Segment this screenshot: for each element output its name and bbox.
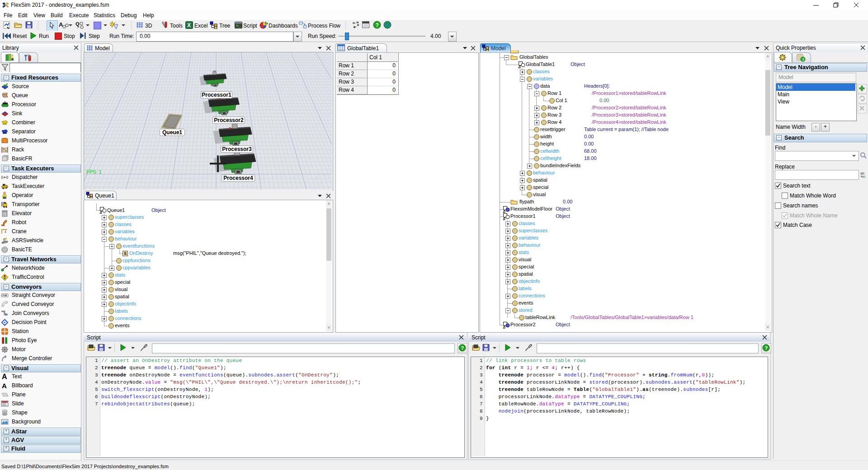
svg-text:>_: >_: [236, 24, 241, 28]
svg-text:A: A: [2, 382, 7, 390]
svg-text:?: ?: [461, 345, 464, 351]
svg-text:A: A: [2, 373, 7, 381]
svg-text:FPS: 1: FPS: 1: [86, 169, 102, 174]
svg-text:?: ?: [376, 22, 379, 28]
svg-text:?: ?: [765, 345, 768, 351]
svg-text:?: ?: [802, 57, 804, 62]
svg-text:↗: ↗: [76, 25, 80, 29]
svg-text:X: X: [187, 22, 191, 28]
svg-text:ac: ac: [862, 174, 865, 178]
